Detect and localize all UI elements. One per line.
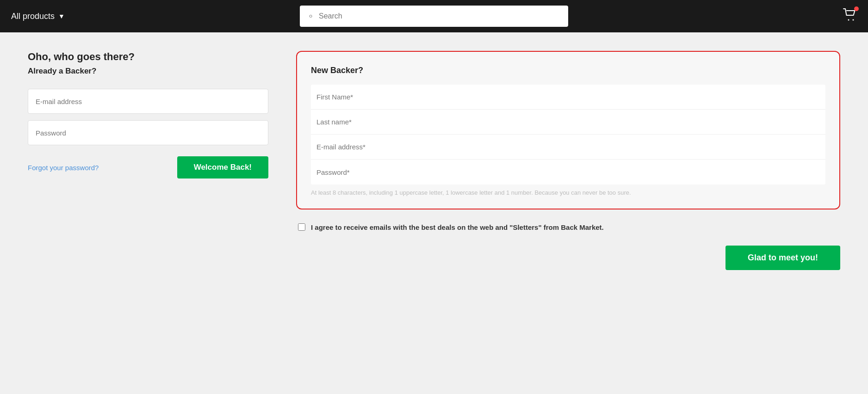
glad-to-meet-button[interactable]: Glad to meet you! — [725, 246, 840, 270]
all-products-label: All products — [11, 12, 55, 21]
cart-button[interactable] — [843, 8, 857, 25]
cart-badge — [854, 6, 859, 11]
register-password-field[interactable] — [311, 160, 825, 185]
welcome-back-button[interactable]: Welcome Back! — [177, 156, 268, 179]
new-backer-title: New Backer? — [311, 66, 825, 75]
main-content: Oho, who goes there? Already a Backer? F… — [0, 32, 868, 289]
search-input[interactable] — [319, 12, 561, 20]
login-section: Oho, who goes there? Already a Backer? F… — [28, 51, 268, 270]
register-field-group — [311, 85, 825, 185]
register-submit-area: Glad to meet you! — [296, 246, 840, 270]
login-subtitle: Already a Backer? — [28, 67, 268, 76]
svg-point-0 — [848, 19, 849, 20]
search-bar: ⚬ — [300, 6, 568, 27]
checkbox-section: I agree to receive emails with the best … — [298, 222, 840, 233]
new-backer-box: New Backer? At least 8 characters, inclu… — [296, 51, 840, 209]
login-email-field[interactable] — [28, 89, 268, 114]
login-password-field[interactable] — [28, 120, 268, 145]
svg-point-1 — [853, 19, 854, 20]
register-last-name-field[interactable] — [311, 110, 825, 135]
email-agreement-checkbox[interactable] — [298, 223, 305, 231]
register-first-name-field[interactable] — [311, 85, 825, 110]
login-actions: Forgot your password? Welcome Back! — [28, 156, 268, 179]
register-section: New Backer? At least 8 characters, inclu… — [296, 51, 840, 270]
all-products-nav[interactable]: All products ▼ — [11, 12, 65, 21]
password-hint: At least 8 characters, including 1 upper… — [311, 188, 825, 197]
search-icon: ⚬ — [307, 11, 314, 21]
header: All products ▼ ⚬ — [0, 0, 868, 32]
dropdown-arrow-icon: ▼ — [58, 12, 65, 20]
forgot-password-link[interactable]: Forgot your password? — [28, 164, 99, 172]
register-email-field[interactable] — [311, 135, 825, 160]
page-title: Oho, who goes there? — [28, 51, 268, 63]
email-agreement-label[interactable]: I agree to receive emails with the best … — [311, 222, 604, 233]
cart-area — [843, 8, 857, 25]
